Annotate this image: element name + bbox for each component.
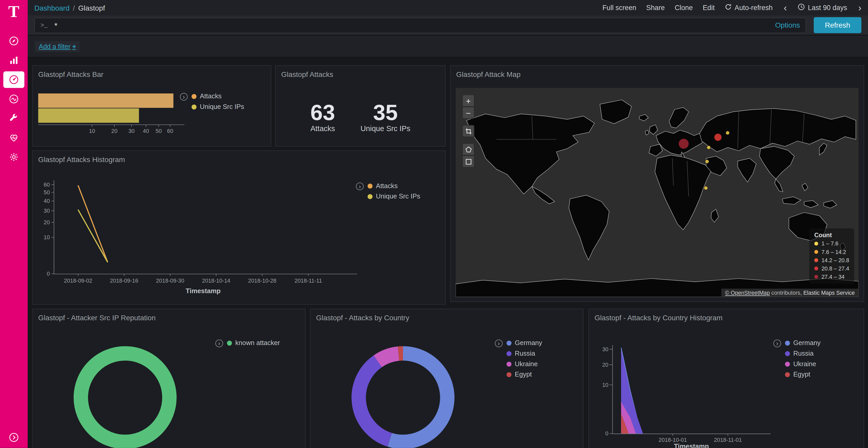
legend-item[interactable]: 1 – 7.6	[814, 241, 849, 247]
breadcrumb-separator: /	[73, 4, 75, 12]
add-filter-link[interactable]: Add a filter+	[35, 41, 80, 52]
legend-item[interactable]: 14.2 – 20.8	[814, 257, 849, 263]
svg-text:60: 60	[167, 128, 173, 134]
chart-legend: › GermanyRussiaUkraineEgypt	[495, 339, 542, 378]
map-draw-rectangle-icon[interactable]	[462, 156, 474, 168]
search-query-input[interactable]: >_ * Options	[34, 18, 806, 33]
sidebar-item-dev-tools[interactable]	[3, 110, 24, 126]
legend-item[interactable]: known attacker	[227, 339, 280, 347]
query-bar: >_ * Options Refresh	[28, 15, 868, 35]
legend-expand-icon[interactable]: ›	[215, 340, 223, 347]
map-attack-point[interactable]	[705, 160, 709, 163]
legend-item[interactable]: 20.8 – 27.4	[814, 266, 849, 272]
legend-color-dot	[506, 361, 512, 366]
legend-item[interactable]: Egypt	[506, 371, 542, 378]
sidebar-item-dashboard[interactable]	[3, 71, 24, 88]
map-count-legend: Count 1 – 7.67.6 – 14.214.2 – 20.820.8 –…	[809, 229, 854, 284]
chart-legend: › known attacker	[215, 339, 280, 347]
svg-text:2018-09-02: 2018-09-02	[64, 278, 92, 284]
legend-label: 27.4 – 34	[822, 274, 844, 280]
panel-attacks-by-country-histogram: Glastopf - Attacks by Country Histogram …	[588, 309, 864, 448]
collapse-nav-icon[interactable]	[9, 433, 19, 445]
query-options-link[interactable]: Options	[775, 21, 800, 29]
legend-expand-icon[interactable]: ›	[180, 93, 188, 101]
legend-color-dot	[191, 94, 196, 99]
svg-text:20: 20	[602, 362, 609, 368]
svg-text:30: 30	[44, 208, 50, 214]
metric-label: Unique Src IPs	[361, 125, 410, 133]
refresh-cycle-icon	[724, 3, 732, 12]
svg-text:20: 20	[111, 128, 118, 134]
legend-item[interactable]: Germany	[506, 339, 542, 347]
telekom-logo[interactable]: T	[8, 3, 20, 20]
metric-attacks: 63 Attacks	[311, 101, 335, 133]
world-map[interactable]: + − Count 1 – 7.67.6 – 14.214.2 –	[456, 88, 859, 297]
sidebar-item-visualize[interactable]	[3, 51, 24, 68]
legend-color-dot	[785, 351, 790, 356]
openstreetmap-link[interactable]: © OpenStreetMap	[725, 290, 770, 296]
svg-text:2018-10-28: 2018-10-28	[248, 278, 276, 284]
time-next-icon[interactable]: ›	[857, 3, 863, 12]
sidebar-item-monitoring[interactable]	[3, 129, 24, 145]
clock-icon	[798, 3, 805, 12]
legend-item[interactable]: Unique Src IPs	[368, 193, 420, 200]
auto-refresh-button[interactable]: Auto-refresh	[724, 3, 773, 12]
legend-color-dot	[506, 340, 512, 345]
edit-button[interactable]: Edit	[703, 4, 715, 12]
clone-button[interactable]: Clone	[675, 4, 693, 12]
svg-text:60: 60	[44, 182, 50, 188]
chart-legend: › GermanyRussiaUkraineEgypt	[773, 339, 821, 378]
legend-color-dot	[785, 340, 790, 345]
refresh-button[interactable]: Refresh	[814, 17, 861, 33]
map-attack-point[interactable]	[714, 133, 722, 141]
full-screen-button[interactable]: Full screen	[602, 4, 636, 12]
legend-expand-icon[interactable]: ›	[773, 340, 781, 347]
legend-label: Ukraine	[515, 360, 538, 368]
app-sidebar: T	[0, 0, 28, 448]
map-zoom-in-button[interactable]: +	[462, 95, 474, 107]
legend-color-dot	[814, 258, 818, 262]
time-prev-icon[interactable]: ‹	[782, 3, 788, 12]
legend-expand-icon[interactable]: ›	[356, 182, 364, 190]
share-button[interactable]: Share	[646, 4, 665, 12]
country-donut-chart	[311, 309, 583, 448]
legend-item[interactable]: Germany	[785, 339, 821, 347]
sidebar-item-discover[interactable]	[3, 32, 24, 49]
wrench-icon	[8, 112, 20, 124]
map-attack-point[interactable]	[726, 131, 730, 135]
legend-item[interactable]: Attacks	[368, 182, 420, 190]
time-picker-button[interactable]: Last 90 days	[798, 3, 847, 12]
svg-text:2018-11-01: 2018-11-01	[714, 437, 742, 443]
legend-expand-icon[interactable]: ›	[495, 340, 503, 347]
gear-icon	[8, 151, 20, 162]
map-attack-point[interactable]	[679, 139, 689, 149]
legend-label: Egypt	[793, 371, 810, 378]
map-legend-title: Count	[814, 232, 849, 238]
legend-item[interactable]: 7.6 – 14.2	[814, 249, 849, 255]
legend-color-dot	[191, 104, 196, 109]
map-attack-point[interactable]	[707, 145, 711, 149]
legend-item[interactable]: Russia	[506, 349, 542, 357]
legend-item[interactable]: Ukraine	[506, 360, 542, 368]
legend-item[interactable]: 27.4 – 34	[814, 274, 849, 280]
map-fit-bounds-icon[interactable]	[462, 125, 474, 137]
gauge-icon	[8, 74, 20, 85]
legend-item[interactable]: Ukraine	[785, 360, 821, 368]
breadcrumb-dashboard-link[interactable]: Dashboard	[34, 4, 69, 12]
map-attack-point[interactable]	[704, 186, 708, 190]
legend-label: 20.8 – 27.4	[822, 266, 849, 272]
elastic-maps-service-link[interactable]: Elastic Maps Service	[803, 290, 855, 296]
map-zoom-out-button[interactable]: −	[462, 107, 474, 119]
map-controls: + −	[462, 95, 474, 173]
legend-item[interactable]: Russia	[785, 349, 821, 357]
sidebar-item-management[interactable]	[3, 148, 24, 165]
panel-attacks-by-country: Glastopf - Attacks by Country › GermanyR…	[310, 309, 584, 448]
map-draw-polygon-icon[interactable]	[462, 143, 474, 156]
legend-item[interactable]: Egypt	[785, 371, 821, 378]
sidebar-item-timelion[interactable]	[3, 90, 24, 107]
panel-glastopf-attack-map: Glastopf Attack Map	[450, 65, 864, 302]
panel-title: Glastopf Attacks Bar	[33, 66, 271, 83]
legend-item[interactable]: Unique Src IPs	[191, 103, 244, 111]
reputation-donut-chart	[33, 309, 305, 448]
legend-item[interactable]: Attacks	[191, 92, 244, 100]
